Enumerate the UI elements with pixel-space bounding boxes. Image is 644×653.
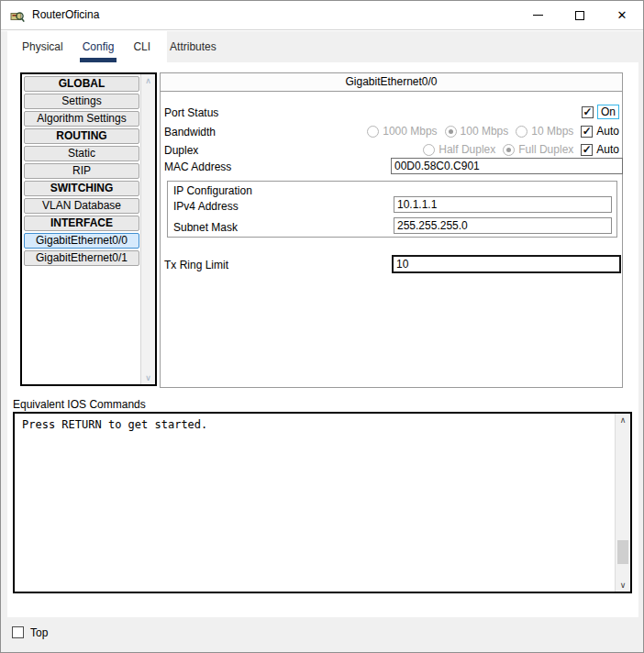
check-icon: ✓ — [583, 127, 592, 136]
bandwidth-auto-checkbox[interactable]: ✓ — [581, 126, 593, 138]
sidebar-item-gigabitethernet0-1[interactable]: GigabitEthernet0/1 — [24, 250, 139, 266]
duplex-auto-label: Auto — [596, 143, 619, 156]
tx-ring-limit-input[interactable] — [392, 255, 621, 273]
mac-address-input[interactable] — [391, 158, 623, 174]
duplex-full-label: Full Duplex — [518, 143, 573, 156]
check-icon: ✓ — [583, 145, 592, 154]
tab-attributes[interactable]: Attributes — [167, 35, 219, 62]
scroll-up-icon[interactable]: ∧ — [616, 415, 630, 425]
panel-title: GigabitEthernet0/0 — [161, 73, 622, 92]
title-bar[interactable]: RouterOficina ✕ — [1, 1, 643, 30]
ios-scrollbar-thumb[interactable] — [617, 540, 628, 564]
ipv4-address-input[interactable] — [394, 196, 612, 213]
bandwidth-auto-label: Auto — [596, 125, 619, 138]
sidebar-item-algorithm-settings[interactable]: Algorithm Settings — [24, 111, 139, 127]
scroll-down-icon[interactable]: ∨ — [141, 373, 155, 382]
sidebar-header-routing: ROUTING — [24, 128, 139, 144]
duplex-controls: Half Duplex Full Duplex ✓ Auto — [423, 141, 619, 158]
ipv4-address-label: IPv4 Address — [173, 200, 239, 213]
bandwidth-100mbps-label: 100 Mbps — [461, 125, 509, 138]
close-icon: ✕ — [617, 8, 627, 22]
duplex-half-radio[interactable] — [423, 144, 435, 156]
ip-configuration-group: IP Configuration IPv4 Address Subnet Mas… — [167, 181, 617, 238]
bandwidth-100mbps-radio[interactable] — [445, 126, 457, 138]
footer-bar: Top — [1, 617, 643, 652]
tx-ring-limit-label: Tx Ring Limit — [164, 259, 228, 271]
interface-config-panel: GigabitEthernet0/0 Port Status ✓ On Band… — [160, 72, 623, 388]
ios-commands-label: Equivalent IOS Commands — [13, 398, 146, 411]
duplex-auto-checkbox[interactable]: ✓ — [581, 144, 593, 156]
sidebar-scrollbar[interactable]: ∧ ∨ — [140, 74, 155, 384]
scroll-down-icon[interactable]: ∨ — [616, 581, 630, 590]
tab-cli[interactable]: CLI — [130, 35, 153, 62]
config-tab-page: GLOBAL Settings Algorithm Settings ROUTI… — [7, 62, 638, 617]
bandwidth-10mbps-radio[interactable] — [516, 126, 527, 138]
window-title: RouterOficina — [32, 1, 99, 29]
bandwidth-10mbps-label: 10 Mbps — [531, 125, 573, 138]
sidebar-header-global: GLOBAL — [24, 76, 139, 92]
ip-configuration-title: IP Configuration — [173, 184, 252, 197]
port-status-on-label: On — [597, 105, 619, 119]
subnet-mask-input[interactable] — [394, 217, 612, 234]
port-status-checkbox[interactable]: ✓ — [582, 106, 594, 118]
sidebar-item-vlan-database[interactable]: VLAN Database — [24, 198, 139, 214]
ios-commands-text: Press RETURN to get started. — [22, 418, 207, 431]
config-sidebar: GLOBAL Settings Algorithm Settings ROUTI… — [20, 72, 157, 386]
maximize-button[interactable] — [559, 1, 601, 29]
sidebar-item-static[interactable]: Static — [24, 146, 139, 161]
ios-scrollbar[interactable]: ∧ ∨ — [615, 414, 630, 592]
mac-address-label: MAC Address — [164, 160, 231, 173]
tab-config[interactable]: Config — [80, 35, 117, 62]
bandwidth-1000mbps-radio[interactable] — [367, 126, 379, 138]
bandwidth-label: Bandwidth — [164, 126, 216, 138]
bandwidth-1000mbps-label: 1000 Mbps — [383, 125, 437, 138]
router-device-icon — [10, 8, 25, 23]
duplex-full-radio[interactable] — [503, 144, 515, 156]
port-status-controls: ✓ On — [582, 104, 619, 120]
scroll-up-icon[interactable]: ∧ — [141, 76, 155, 85]
tab-bar: Physical Config CLI Attributes — [7, 31, 167, 62]
ios-commands-terminal[interactable]: Press RETURN to get started. ∧ ∨ — [13, 412, 632, 593]
top-checkbox[interactable] — [12, 626, 24, 638]
port-status-label: Port Status — [164, 106, 218, 119]
top-checkbox-label: Top — [30, 626, 48, 639]
bandwidth-controls: 1000 Mbps 100 Mbps 10 Mbps ✓ Auto — [367, 123, 619, 139]
sidebar-header-interface: INTERFACE — [24, 216, 139, 231]
duplex-half-label: Half Duplex — [439, 143, 495, 156]
sidebar-header-switching: SWITCHING — [24, 181, 139, 196]
close-button[interactable]: ✕ — [601, 1, 643, 29]
minimize-icon — [533, 15, 543, 16]
subnet-mask-label: Subnet Mask — [173, 221, 238, 234]
check-icon: ✓ — [583, 107, 592, 116]
minimize-button[interactable] — [516, 1, 559, 29]
duplex-label: Duplex — [164, 144, 198, 157]
tab-physical[interactable]: Physical — [19, 35, 66, 62]
app-window: RouterOficina ✕ Physical Config CLI Attr… — [0, 0, 644, 653]
sidebar-item-settings[interactable]: Settings — [24, 94, 139, 109]
maximize-icon — [575, 11, 584, 20]
sidebar-item-rip[interactable]: RIP — [24, 163, 139, 179]
sidebar-item-gigabitethernet0-0[interactable]: GigabitEthernet0/0 — [24, 233, 139, 249]
